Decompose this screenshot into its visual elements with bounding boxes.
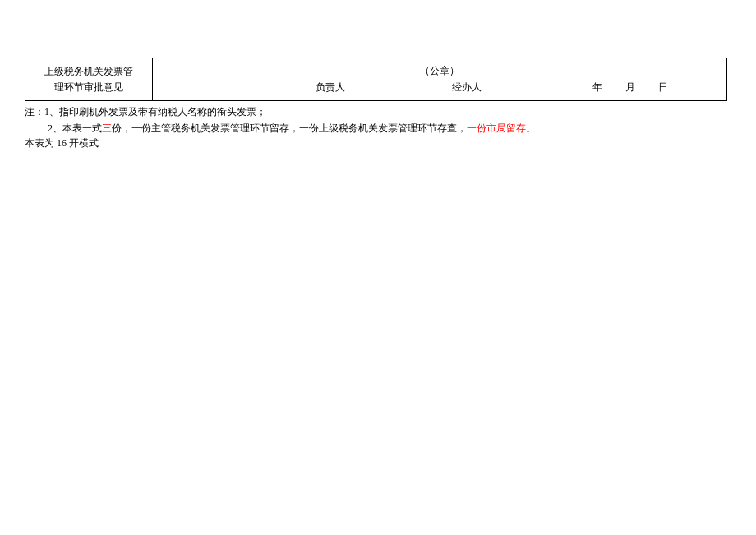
seal-text: （公章） xyxy=(159,64,720,78)
note2-part2: 份，一份主管税务机关发票管理环节留存，一份上级税务机关发票管理环节存查， xyxy=(112,122,467,134)
date-fields: 年月日 xyxy=(592,81,668,95)
note-prefix: 注： xyxy=(25,106,44,118)
content-cell: （公章） 负责人 经办人 年月日 xyxy=(153,58,727,101)
table-row: 上级税务机关发票管 理环节审批意见 （公章） 负责人 经办人 年月日 xyxy=(25,58,727,101)
format-text: 本表为 16 开横式 xyxy=(25,136,731,150)
row-label-line1: 上级税务机关发票管 xyxy=(34,64,144,80)
person-in-charge-label: 负责人 xyxy=(316,81,345,95)
note2-red1: 三 xyxy=(102,122,112,134)
approval-table: 上级税务机关发票管 理环节审批意见 （公章） 负责人 经办人 年月日 xyxy=(25,58,727,101)
row-label-cell: 上级税务机关发票管 理环节审批意见 xyxy=(25,58,153,101)
note-line-2: 2、本表一式三份，一份主管税务机关发票管理环节留存，一份上级税务机关发票管理环节… xyxy=(25,121,727,136)
note1-text: 1、指印刷机外发票及带有纳税人名称的衔头发票； xyxy=(44,106,266,118)
signature-row: 负责人 经办人 年月日 xyxy=(159,81,720,95)
month-label: 月 xyxy=(625,81,635,93)
note-line-1: 注：1、指印刷机外发票及带有纳税人名称的衔头发票； xyxy=(25,104,727,120)
note2-red2: 一份市局留存。 xyxy=(467,122,536,134)
notes-section: 注：1、指印刷机外发票及带有纳税人名称的衔头发票； 2、本表一式三份，一份主管税… xyxy=(25,104,727,136)
note2-part1: 2、本表一式 xyxy=(48,122,102,134)
row-label-line2: 理环节审批意见 xyxy=(34,80,144,95)
day-label: 日 xyxy=(658,81,668,93)
year-label: 年 xyxy=(592,81,602,93)
handler-label: 经办人 xyxy=(452,81,482,95)
